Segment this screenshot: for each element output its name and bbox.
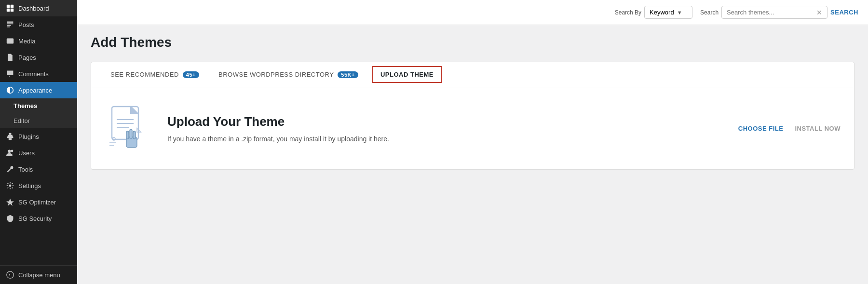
tab-recommended-badge: 45+ xyxy=(183,71,199,78)
upload-theme-icon xyxy=(107,104,150,152)
search-input-wrap: ✕ xyxy=(721,6,827,19)
topbar: Search By Keyword ▼ Search ✕ SEARCH xyxy=(77,0,868,25)
settings-icon xyxy=(6,181,14,190)
editor-label: Editor xyxy=(14,117,30,124)
appearance-submenu: Themes Editor xyxy=(0,98,77,128)
sidebar-item-plugins[interactable]: Plugins xyxy=(0,128,77,145)
svg-rect-10 xyxy=(9,133,12,135)
upload-section: Upload Your Theme If you have a theme in… xyxy=(91,87,854,169)
tab-recommended-label: SEE RECOMMENDED xyxy=(110,71,179,78)
page-content: Add Themes SEE RECOMMENDED 45+ BROWSE WO… xyxy=(77,25,868,284)
sidebar-label-users: Users xyxy=(18,149,35,157)
plugins-icon xyxy=(6,132,14,141)
svg-rect-11 xyxy=(9,138,12,140)
sidebar-label-tools: Tools xyxy=(18,166,33,173)
sidebar-label-comments: Comments xyxy=(18,70,49,78)
search-by-select[interactable]: Keyword ▼ xyxy=(644,6,692,19)
svg-rect-2 xyxy=(7,9,10,12)
collapse-icon xyxy=(6,270,14,279)
svg-rect-23 xyxy=(126,131,129,139)
sidebar-item-comments[interactable]: Comments xyxy=(0,66,77,82)
appearance-icon xyxy=(6,86,14,95)
svg-marker-15 xyxy=(6,199,14,206)
upload-title: Upload Your Theme xyxy=(167,114,724,129)
tabs-header: SEE RECOMMENDED 45+ BROWSE WORDPRESS DIR… xyxy=(91,62,854,87)
svg-rect-25 xyxy=(133,131,136,139)
tools-icon xyxy=(6,165,14,174)
sidebar-item-users[interactable]: Users xyxy=(0,145,77,161)
sidebar-label-plugins: Plugins xyxy=(18,133,39,140)
sidebar-item-themes[interactable]: Themes xyxy=(0,98,77,113)
clear-search-icon[interactable]: ✕ xyxy=(816,9,822,16)
main-content: Search By Keyword ▼ Search ✕ SEARCH Add … xyxy=(77,0,868,284)
install-now-button[interactable]: INSTALL NOW xyxy=(795,125,841,132)
svg-point-13 xyxy=(11,150,14,152)
choose-file-button[interactable]: CHOOSE FILE xyxy=(738,125,784,132)
sidebar-label-media: Media xyxy=(18,38,35,45)
sidebar-item-posts[interactable]: Posts xyxy=(0,16,77,33)
sidebar-item-appearance[interactable]: Appearance xyxy=(0,82,77,98)
sg-security-icon xyxy=(6,214,14,223)
pages-icon xyxy=(6,53,14,62)
tab-upload[interactable]: UPLOAD THEME xyxy=(372,66,442,83)
sidebar-item-sg-optimizer[interactable]: SG Optimizer xyxy=(0,194,77,210)
collapse-menu[interactable]: Collapse menu xyxy=(0,265,77,284)
sidebar-label-dashboard: Dashboard xyxy=(18,5,49,12)
search-button[interactable]: SEARCH xyxy=(830,9,858,16)
search-by-label: Search By xyxy=(615,9,641,16)
tab-browse-badge: 55K+ xyxy=(338,71,358,78)
search-by-group: Search By Keyword ▼ xyxy=(615,6,692,19)
collapse-label: Collapse menu xyxy=(18,271,60,279)
sidebar-item-editor[interactable]: Editor xyxy=(0,113,77,128)
tabs-panel: SEE RECOMMENDED 45+ BROWSE WORDPRESS DIR… xyxy=(91,62,854,170)
page-title: Add Themes xyxy=(91,35,854,50)
tab-browse[interactable]: BROWSE WORDPRESS DIRECTORY 55K+ xyxy=(209,64,368,85)
sidebar-label-appearance: Appearance xyxy=(18,87,52,94)
svg-rect-1 xyxy=(11,5,14,8)
svg-point-14 xyxy=(9,185,12,187)
sidebar-item-media[interactable]: Media xyxy=(0,33,77,49)
comments-icon xyxy=(6,69,14,78)
svg-point-12 xyxy=(8,150,11,153)
sidebar-item-sg-security[interactable]: SG Security xyxy=(0,210,77,227)
upload-actions: CHOOSE FILE INSTALL NOW xyxy=(738,125,841,132)
chevron-down-icon: ▼ xyxy=(677,10,682,15)
upload-description: If you have a theme in a .zip format, yo… xyxy=(167,135,724,143)
search-input[interactable] xyxy=(727,9,814,16)
svg-rect-0 xyxy=(7,5,10,8)
search-group: Search ✕ SEARCH xyxy=(700,6,858,19)
media-icon xyxy=(6,37,14,45)
svg-rect-24 xyxy=(130,129,132,139)
upload-text-wrap: Upload Your Theme If you have a theme in… xyxy=(167,114,724,143)
sg-optimizer-icon xyxy=(6,198,14,206)
sidebar-item-pages[interactable]: Pages xyxy=(0,49,77,66)
search-by-value: Keyword xyxy=(650,9,674,16)
tab-recommended[interactable]: SEE RECOMMENDED 45+ xyxy=(101,64,209,85)
sidebar-label-posts: Posts xyxy=(18,21,34,28)
users-icon xyxy=(6,149,14,157)
themes-label: Themes xyxy=(14,102,37,109)
sidebar-label-sg-security: SG Security xyxy=(18,215,52,222)
sidebar-item-tools[interactable]: Tools xyxy=(0,161,77,177)
sidebar-item-dashboard[interactable]: Dashboard xyxy=(0,0,77,16)
sidebar-item-settings[interactable]: Settings xyxy=(0,177,77,194)
sidebar: Dashboard Posts Media Pages Comments App… xyxy=(0,0,77,284)
sidebar-label-pages: Pages xyxy=(18,54,36,61)
upload-icon-wrap xyxy=(105,102,153,155)
svg-rect-3 xyxy=(11,9,14,12)
sidebar-label-settings: Settings xyxy=(18,182,41,189)
search-label: Search xyxy=(700,9,719,16)
dashboard-icon xyxy=(6,4,14,13)
posts-icon xyxy=(6,20,14,29)
tab-browse-label: BROWSE WORDPRESS DIRECTORY xyxy=(218,71,334,78)
tab-upload-label: UPLOAD THEME xyxy=(380,71,434,78)
sidebar-label-sg-optimizer: SG Optimizer xyxy=(18,199,56,206)
